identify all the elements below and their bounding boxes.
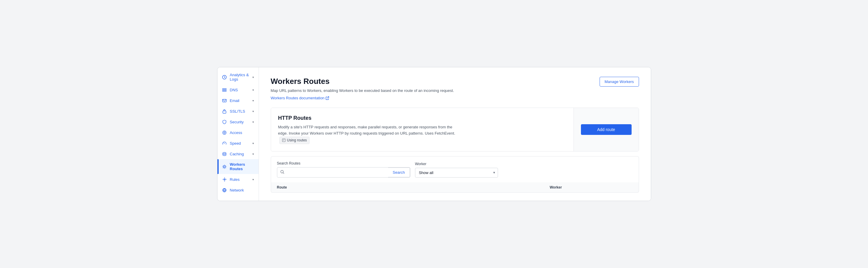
sidebar: Analytics & Logs ▾ DNS ▾ Email ▾ [217, 67, 259, 201]
sidebar-item-label: Workers Routes [230, 162, 254, 171]
sidebar-item-security[interactable]: Security ▾ [217, 117, 259, 127]
svg-rect-2 [222, 90, 226, 91]
svg-point-8 [224, 166, 225, 168]
sidebar-item-ssl-tls[interactable]: SSL/TLS ▾ [217, 106, 259, 117]
speed-icon [222, 141, 227, 146]
chevron-down-icon: ▾ [252, 110, 254, 113]
shield-icon [222, 119, 227, 124]
filter-row: Search Routes Search Wo [271, 156, 639, 182]
card-content: HTTP Routes Modify a site's HTTP request… [271, 108, 639, 151]
chevron-down-icon: ▾ [252, 152, 254, 156]
sidebar-item-label: DNS [230, 88, 238, 92]
chevron-down-icon: ▾ [252, 142, 254, 145]
sidebar-item-caching[interactable]: Caching ▾ [217, 149, 259, 159]
search-input-wrapper: Search [277, 167, 410, 178]
worker-select[interactable]: Show all [415, 168, 498, 178]
email-icon [222, 98, 227, 103]
search-input[interactable] [287, 168, 388, 177]
access-icon [222, 130, 227, 135]
card-description-text: Modify a site's HTTP requests and respon… [278, 125, 455, 136]
sidebar-item-label: Rules [230, 177, 240, 182]
worker-filter-group: Worker Show all ▾ [415, 162, 498, 178]
book-icon [282, 139, 286, 142]
sidebar-item-access[interactable]: Access [217, 127, 259, 138]
svg-point-6 [224, 132, 225, 133]
page-header-left: Workers Routes Map URL patterns to Worke… [271, 77, 599, 100]
caching-icon [222, 151, 227, 156]
card-right: Add route [574, 108, 639, 151]
chevron-down-icon: ▾ [252, 99, 254, 102]
worker-label: Worker [415, 162, 498, 166]
sidebar-item-label: Speed [230, 141, 241, 146]
sidebar-item-email[interactable]: Email ▾ [217, 95, 259, 106]
main-window: Analytics & Logs ▾ DNS ▾ Email ▾ [217, 67, 651, 201]
doc-link[interactable]: Workers Routes documentation [271, 96, 330, 100]
sidebar-item-speed[interactable]: Speed ▾ [217, 138, 259, 149]
card-left: HTTP Routes Modify a site's HTTP request… [271, 108, 574, 151]
svg-rect-10 [282, 139, 285, 142]
sidebar-item-label: SSL/TLS [230, 109, 245, 114]
search-icon [277, 170, 287, 175]
sidebar-item-label: Analytics & Logs [230, 72, 249, 82]
search-label: Search Routes [277, 161, 410, 166]
table-col-worker: Worker [550, 185, 633, 189]
svg-rect-4 [223, 111, 226, 113]
sidebar-item-network[interactable]: Network [217, 185, 259, 196]
dns-icon [222, 87, 227, 92]
card-description: Modify a site's HTTP requests and respon… [278, 124, 456, 144]
sidebar-item-label: Email [230, 98, 240, 103]
chevron-down-icon: ▾ [252, 88, 254, 92]
search-button[interactable]: Search [388, 168, 410, 177]
chevron-down-icon: ▾ [252, 178, 254, 181]
page-header: Workers Routes Map URL patterns to Worke… [259, 67, 651, 108]
add-route-button[interactable]: Add route [581, 124, 631, 135]
table-col-route: Route [277, 185, 550, 189]
sidebar-item-label: Access [230, 130, 242, 135]
workers-icon [222, 164, 227, 169]
sidebar-item-label: Caching [230, 152, 244, 156]
table-header-row: Route Worker [271, 182, 639, 193]
svg-point-7 [223, 152, 226, 154]
doc-link-text: Workers Routes documentation [271, 96, 325, 100]
main-content: Workers Routes Map URL patterns to Worke… [259, 67, 651, 201]
sidebar-item-rules[interactable]: Rules ▾ [217, 174, 259, 185]
http-routes-card: HTTP Routes Modify a site's HTTP request… [271, 108, 639, 151]
using-routes-badge[interactable]: Using routes [279, 137, 310, 144]
using-routes-label: Using routes [287, 138, 307, 143]
chevron-down-icon: ▾ [252, 76, 254, 79]
sidebar-item-workers-routes[interactable]: Workers Routes [217, 159, 259, 174]
network-icon [222, 188, 227, 192]
svg-point-5 [223, 131, 226, 134]
sidebar-item-label: Security [230, 120, 244, 124]
svg-rect-3 [222, 99, 226, 102]
sidebar-item-analytics-logs[interactable]: Analytics & Logs ▾ [217, 70, 259, 85]
worker-select-wrapper: Show all ▾ [415, 168, 498, 178]
rules-icon [222, 177, 227, 182]
search-filter-group: Search Routes Search [277, 161, 410, 178]
svg-rect-1 [222, 89, 226, 90]
manage-workers-button[interactable]: Manage Workers [599, 77, 639, 87]
sidebar-item-label: Network [230, 188, 244, 192]
page-description: Map URL patterns to Workers, enabling Wo… [271, 88, 478, 93]
lock-icon [222, 109, 227, 114]
chevron-down-icon: ▾ [252, 120, 254, 124]
card-title: HTTP Routes [278, 115, 566, 121]
external-link-icon [326, 96, 329, 100]
chart-icon [222, 75, 227, 80]
sidebar-item-dns[interactable]: DNS ▾ [217, 85, 259, 95]
page-title: Workers Routes [271, 77, 599, 86]
